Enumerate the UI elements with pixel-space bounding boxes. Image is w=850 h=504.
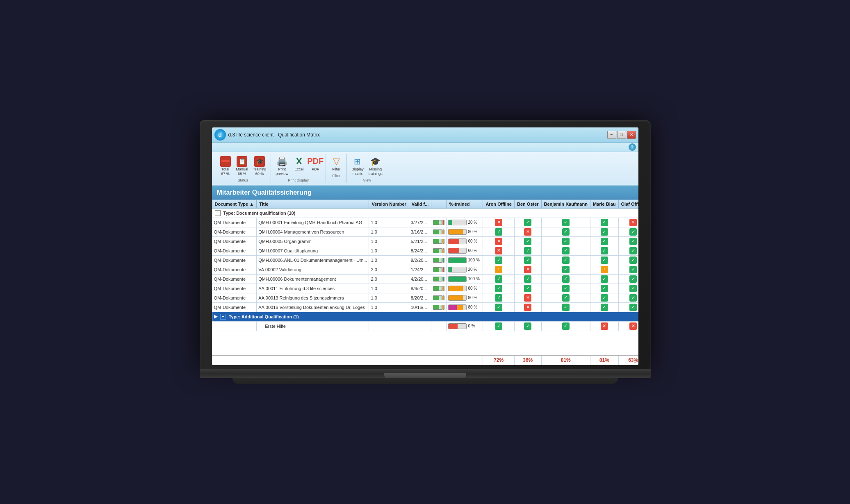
cell-marie: ✓ (590, 293, 618, 302)
group-row-2[interactable]: ▶ − Type: Additional Qualification (1) (212, 312, 638, 321)
cell-bar-small (431, 227, 447, 236)
col-header-doc-type[interactable]: Document Type ▲ (212, 200, 257, 208)
toolbar-btn-filter[interactable]: ▽ Filter (328, 154, 344, 173)
status-icon-green: ✓ (629, 247, 637, 254)
cell-bar-small (431, 236, 447, 246)
screen-bezel: d d.3 life science client - Qualificatio… (200, 120, 651, 369)
title-bar: d d.3 life science client - Qualificatio… (212, 127, 638, 143)
table-row[interactable]: QM-Dokumente AA.00011 Einführung d.3 lif… (212, 284, 638, 293)
footer-benjamin: 81% (541, 355, 590, 365)
footer-marie: 81% (590, 355, 618, 365)
spacer-row (212, 331, 638, 339)
close-button[interactable]: ✕ (627, 131, 636, 139)
cell-olaf: ✓ (618, 246, 638, 255)
help-button[interactable]: ? (629, 143, 636, 151)
status-icon-green: ✓ (562, 322, 570, 330)
table-row[interactable]: QM-Dokumente AA.00016 Vorstellung Dokume… (212, 302, 638, 312)
resize-handle[interactable]: ⊿ (634, 359, 637, 363)
display-matrix-icon: ⊞ (352, 156, 363, 167)
col-header-version: Version Number (369, 200, 409, 208)
cell-title: Erste Hilfe (257, 321, 369, 331)
status-icon-green: ✓ (562, 257, 570, 264)
filter-label: Filter (332, 167, 340, 172)
cell-doc-type: QM-Dokumente (212, 293, 257, 302)
status-icon-green: ✓ (524, 285, 531, 292)
table-row[interactable]: QM-Dokumente QMH.00006.ANL-01 Dokumenten… (212, 255, 638, 265)
cell-valid-from: 10/16/... (409, 302, 431, 312)
status-icon-green: ✓ (629, 238, 637, 245)
cell-version: 1.0 (369, 284, 409, 293)
col-header-aron: Aron Offline (483, 200, 515, 208)
table-row[interactable]: QM-Dokumente QMH.00007 Qualitätsplanung … (212, 246, 638, 255)
toolbar-group-label-filter: Filter (332, 174, 340, 178)
cell-pct-trained: 80 % (447, 227, 483, 236)
group1-expand-icon[interactable]: − (215, 210, 221, 216)
status-icon-red: ✕ (629, 322, 637, 330)
cell-bar-small (431, 218, 447, 227)
cell-doc-type: QM-Dokumente (212, 302, 257, 312)
status-icon-red: ✕ (629, 219, 637, 226)
training-icon: 🎓 (254, 156, 265, 167)
cell-version: 1.0 (369, 246, 409, 255)
cell-olaf: ✓ (618, 255, 638, 265)
table-row[interactable]: QM-Dokumente AA.00013 Reinigung des Sitz… (212, 293, 638, 302)
status-icon-red: ✕ (524, 304, 531, 311)
table-row[interactable]: QM-Dokumente QMH.00006 Dokumentenmanagem… (212, 274, 638, 284)
status-icon-green: ✓ (524, 238, 531, 245)
status-icon-green: ✓ (562, 228, 570, 236)
cell-olaf: ✓ (618, 284, 638, 293)
toolbar-btn-display-matrix[interactable]: ⊞ Display matrix (349, 154, 366, 177)
cell-doc-type: QM-Dokumente (212, 246, 257, 255)
col-header-ben: Ben Oster (514, 200, 541, 208)
toolbar-btn-pdf[interactable]: PDF PDF (308, 154, 323, 177)
status-icon-green: ✓ (524, 322, 531, 330)
status-icon-green: ✓ (601, 275, 608, 283)
group2-expand-icon[interactable]: − (220, 314, 226, 320)
cell-olaf: ✓ (618, 227, 638, 236)
cell-version: 2.0 (369, 274, 409, 284)
cell-bar-small (431, 246, 447, 255)
cell-doc-type: QM-Dokumente (212, 274, 257, 284)
toolbar: Total 67 % 📋 (212, 152, 638, 186)
content-wrapper: Document Type ▲ Title Version Number Val… (212, 200, 638, 366)
toolbar-status-items: Total 67 % 📋 (218, 154, 269, 177)
status-icon-red: ✕ (601, 322, 608, 330)
footer-ben: 36% (514, 355, 541, 365)
status-icon-green: ✓ (601, 257, 608, 264)
toolbar-btn-print[interactable]: 🖨️ Print preview (273, 154, 290, 177)
status-icon-green: ✓ (629, 266, 637, 273)
cell-valid-from: 1/24/2... (409, 265, 431, 274)
cell-aron: ✓ (483, 255, 515, 265)
cell-benjamin: ✓ (541, 246, 590, 255)
group-row-1[interactable]: − Type: Document qualification (10) (212, 208, 638, 218)
cell-title: QMH.00006.ANL-01 Dokumentenmanagement - … (257, 255, 369, 265)
toolbar-btn-training[interactable]: 🎓 Training 60 % (251, 154, 268, 177)
cell-marie: ! (590, 265, 618, 274)
cell-ben: ✓ (514, 274, 541, 284)
content-area: Document Type ▲ Title Version Number Val… (212, 200, 638, 366)
cell-aron: ✕ (483, 246, 515, 255)
help-bar: ? (212, 143, 638, 152)
cell-olaf: ✓ (618, 265, 638, 274)
toolbar-group-label-status: Status (238, 178, 248, 182)
maximize-button[interactable]: □ (617, 131, 626, 139)
table-row[interactable]: QM-Dokumente QMH.00004 Management von Re… (212, 227, 638, 236)
table-row[interactable]: QM-Dokumente VA.00002 Validierung 2.0 1/… (212, 265, 638, 274)
status-icon-red: ✕ (524, 228, 531, 236)
excel-label: Excel (294, 167, 303, 172)
status-icon-green: ✓ (601, 219, 608, 226)
toolbar-btn-manual[interactable]: 📋 Manual 68 % (234, 154, 251, 177)
laptop-base (200, 369, 651, 378)
toolbar-btn-missing-trainings[interactable]: 🎓 Missing trainings (367, 154, 385, 177)
toolbar-btn-total[interactable]: Total 67 % (218, 154, 233, 177)
status-icon-green: ✓ (562, 275, 570, 283)
status-icon-green: ✓ (601, 247, 608, 254)
table-row[interactable]: QM-Dokumente QMH.00001 Einleitung QMH-Ha… (212, 218, 638, 227)
minimize-button[interactable]: − (607, 131, 616, 139)
footer-empty (212, 355, 483, 365)
section-header: Mitarbeiter Qualitätssicherung (212, 186, 638, 200)
table-row[interactable]: QM-Dokumente QMH.00005 Organigramm 1.0 5… (212, 236, 638, 246)
status-icon-green: ✓ (601, 304, 608, 311)
toolbar-btn-excel[interactable]: X Excel (291, 154, 307, 177)
table-row[interactable]: Erste Hilfe 0 % ✓ ✓ ✓ ✕ ✕ (212, 321, 638, 331)
